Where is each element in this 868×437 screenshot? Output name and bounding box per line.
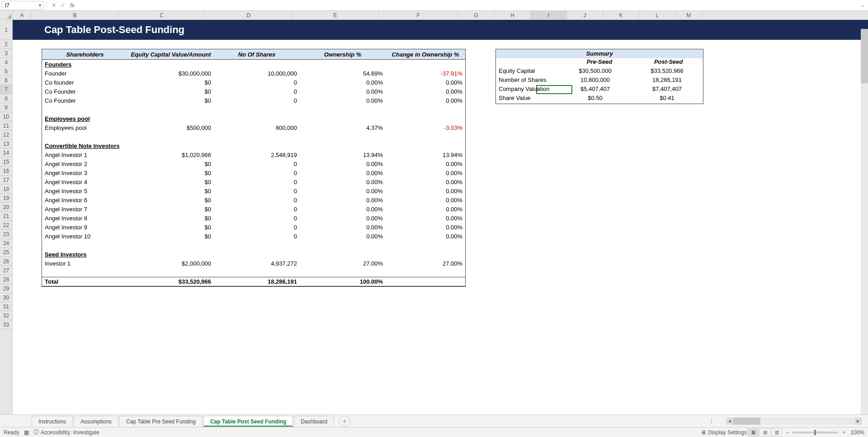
- zoom-slider[interactable]: [793, 432, 838, 433]
- row-header-21[interactable]: 21: [0, 212, 12, 221]
- sheet-tab-assumptions[interactable]: Assumptions: [74, 416, 118, 427]
- row-header-9[interactable]: 9: [0, 103, 12, 112]
- row-header-11[interactable]: 11: [0, 121, 12, 130]
- table-row[interactable]: Angel Investor 7$000.00%0.00%: [42, 204, 465, 214]
- row-header-5[interactable]: 5: [0, 67, 12, 76]
- view-page-break-button[interactable]: ▥: [771, 428, 782, 437]
- tab-menu-icon[interactable]: ⋮: [708, 418, 714, 424]
- column-header-L[interactable]: L: [639, 11, 675, 19]
- row-header-17[interactable]: 17: [0, 176, 12, 185]
- view-page-layout-button[interactable]: ▤: [760, 428, 770, 437]
- formula-input[interactable]: [75, 1, 859, 10]
- table-row[interactable]: Angel Investor 2$000.00%0.00%: [42, 159, 465, 168]
- table-row[interactable]: Angel Investor 4$000.00%0.00%: [42, 177, 465, 186]
- enter-formula-icon[interactable]: ✓: [58, 1, 67, 10]
- column-header-A[interactable]: A: [13, 11, 32, 19]
- cancel-formula-icon[interactable]: ✕: [49, 1, 58, 10]
- row-header-22[interactable]: 22: [0, 221, 12, 230]
- accessibility-status[interactable]: Accessibility: Investigate: [41, 429, 99, 436]
- add-sheet-button[interactable]: +: [339, 416, 350, 427]
- row-header-3[interactable]: 3: [0, 49, 12, 58]
- row-header-20[interactable]: 20: [0, 203, 12, 212]
- sheet-tab-dashboard[interactable]: Dashboard: [294, 416, 334, 427]
- row-header-2[interactable]: 2: [0, 40, 12, 49]
- table-row[interactable]: Founder$30,000,00010,000,00054.69%-37.91…: [42, 69, 465, 78]
- hscroll-right-icon[interactable]: ►: [854, 418, 862, 425]
- table-row[interactable]: Co Founder$000.00%0.00%: [42, 96, 465, 105]
- accessibility-icon[interactable]: ⓘ: [33, 428, 39, 436]
- hscroll-left-icon[interactable]: ◄: [726, 418, 733, 425]
- row-header-6[interactable]: 6: [0, 76, 12, 85]
- table-row[interactable]: Angel Investor 10$000.00%0.00%: [42, 232, 465, 241]
- row-header-33[interactable]: 33: [0, 320, 12, 329]
- row-header-32[interactable]: 32: [0, 311, 12, 320]
- row-header-24[interactable]: 24: [0, 239, 12, 248]
- select-all-corner[interactable]: [0, 11, 13, 19]
- row-header-7[interactable]: 7: [0, 85, 12, 94]
- row-header-13[interactable]: 13: [0, 139, 12, 148]
- fx-icon[interactable]: fx: [70, 2, 75, 9]
- row-header-14[interactable]: 14: [0, 148, 12, 157]
- table-row[interactable]: Employees pool$500,000800,0004.37%-3.03%: [42, 123, 465, 132]
- sheet-tab-cap-table-pre-seed-funding[interactable]: Cap Table Pre Seed Funding: [119, 416, 203, 427]
- table-row[interactable]: Angel Investor 9$000.00%0.00%: [42, 223, 465, 232]
- zoom-in-button[interactable]: ＋: [841, 428, 847, 436]
- cells-area[interactable]: Cap Table Post-Seed Funding Shareholders…: [13, 20, 868, 414]
- row-header-1[interactable]: 1: [0, 20, 12, 40]
- vertical-scrollbar[interactable]: [861, 29, 868, 414]
- stats-icon[interactable]: ▦: [24, 429, 29, 436]
- column-header-K[interactable]: K: [603, 11, 639, 19]
- row-header-30[interactable]: 30: [0, 293, 12, 302]
- display-settings[interactable]: Display Settings: [708, 429, 747, 436]
- column-header-B[interactable]: B: [32, 11, 118, 19]
- column-header-H[interactable]: H: [495, 11, 531, 19]
- horizontal-scrollbar[interactable]: ◄ ►: [726, 418, 862, 425]
- summary-row[interactable]: Number of Shares10,800,00018,286,191: [496, 76, 703, 86]
- row-header-10[interactable]: 10: [0, 112, 12, 121]
- row-header-8[interactable]: 8: [0, 94, 12, 103]
- table-row[interactable]: Investor 1$2,000,0004,937,27227.00%27.00…: [42, 259, 465, 268]
- column-header-J[interactable]: J: [567, 11, 603, 19]
- name-box-dropdown-icon[interactable]: ▼: [38, 3, 42, 8]
- table-row[interactable]: Angel Investor 8$000.00%0.00%: [42, 214, 465, 223]
- row-header-28[interactable]: 28: [0, 275, 12, 284]
- column-header-F[interactable]: F: [379, 11, 458, 19]
- column-header-M[interactable]: M: [675, 11, 703, 19]
- sheet-tab-cap-table-post-seed-funding[interactable]: Cap Table Post Seed Funding: [203, 416, 293, 427]
- row-header-25[interactable]: 25: [0, 248, 12, 257]
- formula-expand-icon[interactable]: ⌄: [859, 3, 866, 8]
- row-header-4[interactable]: 4: [0, 58, 12, 67]
- column-header-I[interactable]: I: [531, 11, 567, 19]
- column-header-G[interactable]: G: [458, 11, 495, 19]
- column-header-C[interactable]: C: [118, 11, 205, 19]
- summary-row[interactable]: Share Value$0.50$0.41: [496, 95, 703, 104]
- vscroll-thumb[interactable]: [861, 29, 868, 83]
- row-header-26[interactable]: 26: [0, 257, 12, 266]
- row-header-15[interactable]: 15: [0, 157, 12, 166]
- row-header-31[interactable]: 31: [0, 302, 12, 311]
- hscroll-thumb[interactable]: [733, 418, 760, 425]
- summary-row[interactable]: Equity Capital$30,500,000$33,520,966: [496, 67, 703, 76]
- total-row[interactable]: Total$33,520,96618,286,191100.00%: [42, 277, 465, 286]
- sheet-tab-instructions[interactable]: Instructions: [32, 416, 73, 427]
- row-header-27[interactable]: 27: [0, 266, 12, 275]
- display-settings-icon[interactable]: 🖥: [701, 429, 706, 436]
- row-header-29[interactable]: 29: [0, 284, 12, 293]
- row-header-12[interactable]: 12: [0, 130, 12, 139]
- table-row[interactable]: Angel Investor 5$000.00%0.00%: [42, 186, 465, 195]
- column-header-E[interactable]: E: [292, 11, 379, 19]
- table-row[interactable]: Co founder$000.00%0.00%: [42, 78, 465, 87]
- table-row[interactable]: Angel Investor 3$000.00%0.00%: [42, 168, 465, 177]
- table-row[interactable]: Angel Investor 1$1,020,9662,548,91913.94…: [42, 150, 465, 159]
- row-header-23[interactable]: 23: [0, 230, 12, 239]
- table-row[interactable]: Co Founder$000.00%0.00%: [42, 87, 465, 96]
- row-header-18[interactable]: 18: [0, 185, 12, 194]
- summary-row[interactable]: Company Valuation$5,407,407$7,407,407: [496, 86, 703, 95]
- column-header-D[interactable]: D: [205, 11, 292, 19]
- row-header-19[interactable]: 19: [0, 194, 12, 203]
- row-header-16[interactable]: 16: [0, 166, 12, 176]
- zoom-out-button[interactable]: −: [786, 429, 789, 436]
- view-normal-button[interactable]: ▦: [748, 428, 759, 437]
- table-row[interactable]: Angel Investor 6$000.00%0.00%: [42, 195, 465, 204]
- name-box[interactable]: I7 ▼: [2, 1, 43, 10]
